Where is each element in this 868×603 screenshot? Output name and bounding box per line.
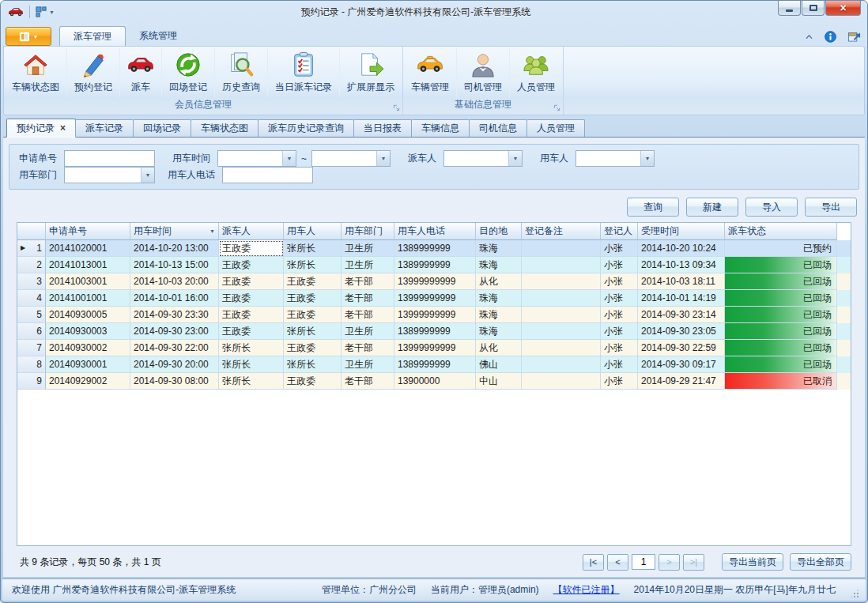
user-combo[interactable]: ▼ — [576, 150, 655, 167]
column-header-use-time[interactable]: 用车时间▼ — [130, 223, 219, 240]
table-row[interactable]: 2 20141013001 2014-10-13 15:00 王政委 张所长 卫… — [17, 257, 851, 273]
ribbon-button-vehicle-status-map[interactable]: 车辆状态图 — [5, 47, 66, 97]
dialog-launcher-icon[interactable] — [393, 104, 400, 111]
use-time-to-combo[interactable]: ▼ — [311, 150, 391, 167]
cell-dept: 老干部 — [342, 373, 394, 390]
cell-dept: 老干部 — [342, 307, 394, 323]
import-button[interactable]: 导入 — [745, 198, 798, 217]
chevron-down-icon: ▼ — [49, 9, 55, 15]
quick-access-button[interactable]: ▼ — [36, 6, 55, 17]
use-time-from-combo[interactable]: ▼ — [217, 150, 296, 167]
minimize-icon — [786, 9, 793, 12]
next-page-button[interactable]: > — [659, 554, 680, 571]
ribbon-tab-dispatch[interactable]: 派车管理 — [59, 26, 126, 46]
column-header-destination[interactable]: 目的地 — [476, 223, 522, 240]
doc-tab[interactable]: 当日报表 — [353, 119, 412, 137]
new-button[interactable]: 新建 — [686, 198, 738, 217]
doc-tab[interactable]: 回场记录 — [133, 119, 191, 137]
cell-registrar: 小张 — [601, 257, 638, 273]
export-button[interactable]: 导出 — [805, 198, 857, 217]
filter-dropdown-icon[interactable]: ▼ — [209, 228, 215, 234]
column-header-accept-time[interactable]: 受理时间 — [638, 223, 725, 240]
table-row[interactable]: 5 20140930005 2014-09-30 23:30 王政委 王政委 老… — [17, 307, 851, 323]
minimize-button[interactable] — [778, 1, 801, 16]
table-row[interactable]: 4 20141001001 2014-10-01 16:00 王政委 王政委 老… — [17, 290, 851, 307]
grid-footer: 共 9 条记录，每页 50 条，共 1 页 |< < > >| 导出当前页 导出… — [9, 552, 859, 572]
column-header-dispatch-status[interactable]: 派车状态 — [725, 223, 837, 240]
doc-tab[interactable]: 派车记录 — [75, 119, 134, 137]
maximize-button[interactable] — [802, 1, 825, 16]
chevron-down-icon[interactable]: ▼ — [640, 151, 654, 166]
prev-page-button[interactable]: < — [607, 554, 628, 571]
cell-dispatch-status: 已预约 — [725, 240, 837, 257]
ribbon-button-personnel-management[interactable]: 人员管理 — [509, 47, 562, 97]
doc-tab-reservation-records[interactable]: 预约记录 × — [6, 119, 76, 138]
table-row[interactable]: 8 20140930001 2014-09-30 20:00 张所长 张所长 卫… — [17, 356, 851, 373]
doc-tab-label: 车辆状态图 — [201, 122, 248, 135]
phone-input[interactable] — [222, 167, 313, 183]
table-row[interactable]: 3 20141003001 2014-10-03 20:00 王政委 王政委 老… — [17, 273, 851, 290]
dialog-launcher-icon[interactable] — [553, 104, 560, 111]
chevron-down-icon[interactable]: ▼ — [376, 151, 390, 166]
ribbon-button-vehicle-management[interactable]: 车辆管理 — [404, 47, 456, 97]
titlebar-divider — [29, 6, 30, 18]
close-button[interactable]: × — [825, 1, 861, 16]
query-button[interactable]: 查询 — [627, 198, 679, 217]
close-tab-icon[interactable]: × — [60, 122, 66, 134]
dept-combo[interactable]: ▼ — [64, 167, 155, 183]
cell-remark — [522, 373, 601, 390]
column-header-dept[interactable]: 用车部门 — [342, 223, 394, 240]
doc-tab[interactable]: 人员管理 — [526, 119, 585, 137]
chevron-down-icon[interactable]: ▼ — [508, 151, 522, 166]
skin-style-icon[interactable] — [847, 30, 861, 43]
people-icon — [523, 51, 549, 78]
cell-use-time: 2014-10-20 13:00 — [130, 240, 219, 257]
ribbon-button-history-query[interactable]: 历史查询 — [214, 47, 267, 97]
application-menu-button[interactable]: ▼ — [6, 27, 51, 46]
cell-dept: 老干部 — [342, 273, 394, 290]
doc-tab[interactable]: 派车历史记录查询 — [258, 119, 354, 137]
cell-remark — [522, 290, 601, 307]
ribbon-button-return-register[interactable]: 回场登记 — [161, 47, 214, 97]
row-number: 7 — [36, 340, 42, 356]
cell-dept: 卫生所 — [342, 257, 394, 273]
last-page-button[interactable]: >| — [683, 554, 704, 571]
ribbon-button-dispatch[interactable]: 派车 — [119, 47, 161, 97]
ribbon-button-today-dispatch-records[interactable]: 当日派车记录 — [267, 47, 339, 97]
info-icon[interactable] — [825, 31, 836, 43]
cell-dept: 卫生所 — [342, 356, 394, 373]
table-row[interactable]: 6 20140930003 2014-09-30 23:00 王政委 张所长 卫… — [17, 323, 851, 340]
page-number-input[interactable] — [632, 554, 655, 570]
column-header-dispatcher[interactable]: 派车人 — [219, 223, 284, 240]
column-header-user[interactable]: 用车人 — [284, 223, 342, 240]
export-current-page-button[interactable]: 导出当前页 — [722, 553, 783, 571]
table-row[interactable]: ▶1 20141020001 2014-10-20 13:00 王政委 张所长 … — [17, 240, 851, 257]
license-registered-link[interactable]: 【软件已注册】 — [553, 583, 620, 597]
cell-remark — [522, 323, 601, 340]
collapse-ribbon-icon[interactable] — [805, 34, 813, 40]
export-all-pages-button[interactable]: 导出全部页 — [790, 553, 851, 571]
ribbon-button-driver-management[interactable]: 司机管理 — [456, 47, 509, 97]
column-header-remark[interactable]: 登记备注 — [522, 223, 601, 240]
doc-tab[interactable]: 车辆状态图 — [191, 119, 259, 137]
ribbon-button-reservation-register[interactable]: 预约登记 — [66, 47, 119, 97]
order-no-input[interactable] — [64, 150, 155, 167]
ribbon-button-label: 车辆管理 — [411, 81, 449, 94]
doc-tab[interactable]: 车辆信息 — [411, 119, 470, 137]
cell-registrar: 小张 — [601, 340, 638, 356]
column-header-phone[interactable]: 用车人电话 — [394, 223, 476, 240]
table-row[interactable]: 9 20140929002 2014-09-30 08:00 张所长 王政委 老… — [17, 373, 851, 390]
cell-destination: 珠海 — [476, 240, 522, 257]
doc-tab[interactable]: 司机信息 — [469, 119, 527, 137]
app-logo-car-icon — [8, 6, 24, 17]
ribbon-button-extended-screen[interactable]: 扩展屏显示 — [339, 47, 402, 97]
chevron-down-icon[interactable]: ▼ — [282, 151, 296, 166]
dispatcher-combo[interactable]: ▼ — [443, 150, 523, 167]
resize-grip[interactable] — [850, 589, 859, 598]
column-header-registrar[interactable]: 登记人 — [601, 223, 638, 240]
chevron-down-icon[interactable]: ▼ — [141, 168, 154, 183]
first-page-button[interactable]: |< — [583, 554, 604, 571]
ribbon-tab-system[interactable]: 系统管理 — [126, 26, 191, 46]
column-header-order-no[interactable]: 申请单号 — [46, 223, 130, 240]
table-row[interactable]: 7 20140930002 2014-09-30 22:00 张所长 王政委 老… — [17, 340, 851, 356]
